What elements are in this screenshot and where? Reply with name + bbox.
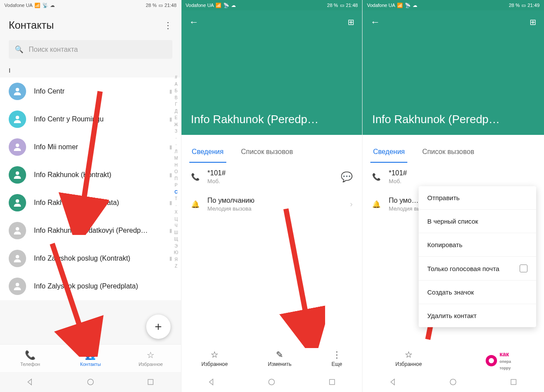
svg-rect-13 [329,379,335,385]
sim-icon: ▮ [169,116,172,122]
svg-point-1 [16,116,19,119]
context-menu: Отправить В черный список Копировать Тол… [419,186,536,327]
phone-icon: 📞 [191,173,200,181]
contacts-header: Контакты ⋮ [0,10,181,37]
contact-item[interactable]: Info Zalyshok poslug (Kontrakt) ▮ [0,245,181,272]
back-nav-icon[interactable] [389,378,397,386]
menu-voicemail[interactable]: Только голосовая почта [419,257,536,281]
battery-label: 28 % [146,3,157,8]
checkbox[interactable] [520,265,527,272]
tab-calls[interactable]: Список вызовов [420,142,477,163]
back-button[interactable]: ← [189,17,199,28]
phone-number: *101# [389,169,534,177]
cloud-icon: ☁ [413,3,417,8]
contact-name: Info Centr y Roumingu [34,115,161,123]
system-nav [363,372,544,392]
contact-item[interactable]: Info Zalyshok poslug (Peredplata) [0,272,181,300]
phone-number: *101# [208,169,333,177]
add-contact-fab[interactable]: + [146,315,171,339]
status-bar: Vodafone UA📶📡☁ 28 %▭21:49 [363,0,544,10]
menu-blacklist[interactable]: В черный список [419,210,536,233]
recent-nav-icon[interactable] [328,378,336,386]
cloud-icon: ☁ [50,3,55,8]
tab-info[interactable]: Сведения [370,142,407,163]
svg-point-0 [16,88,19,91]
contact-item[interactable]: Info Rakhunok dodatkovyi (Peredp… ▮ [0,217,181,245]
search-icon: 🔍 [15,45,24,54]
back-nav-icon[interactable] [26,378,34,386]
signal-icon: 📶 [397,3,403,8]
phone-type: Моб. [389,178,534,184]
avatar-icon [9,83,26,100]
alpha-index[interactable]: #АБВГДЕЖЗ··ЛМНОПРСТ·ХЦЧШЩЭЮЯZ [173,74,179,270]
chevron-right-icon: › [350,200,353,209]
home-nav-icon[interactable] [86,378,95,386]
contact-list: Info Centr ▮ Info Centr y Roumingu ▮ Inf… [0,77,181,300]
avatar-icon [9,194,26,211]
star-icon: ☆ [211,349,218,360]
home-nav-icon[interactable] [267,378,276,386]
overflow-menu-icon[interactable]: ⋮ [164,21,172,30]
contact-name: Info Mii nomer [34,143,161,151]
menu-send[interactable]: Отправить [419,186,536,210]
battery-icon: ▭ [158,3,163,8]
nav-edit[interactable]: ✎Изменить [268,349,292,367]
menu-copy[interactable]: Копировать [419,233,536,257]
sim-icon: ▮ [169,255,172,261]
contact-item[interactable]: Info Centr y Roumingu ▮ [0,105,181,133]
system-nav [181,372,363,392]
tab-calls[interactable]: Список вызовов [238,142,296,163]
recent-nav-icon[interactable] [146,378,155,386]
nav-more[interactable]: ⋮Еще [332,349,342,367]
search-input[interactable]: 🔍 Поиск контакта [9,40,172,59]
svg-point-15 [450,379,456,385]
qr-icon[interactable]: ⊞ [348,17,354,27]
contact-name: Info Rakhunok (Kontrakt) [34,171,161,179]
nav-contacts[interactable]: 👥Контакты [60,345,121,372]
avatar-icon [9,250,26,267]
detail-tabs: Сведения Список вызовов [181,142,363,163]
svg-rect-16 [511,379,516,385]
home-nav-icon[interactable] [449,378,457,386]
annotation-arrow [273,204,325,348]
screen-contact-menu: Vodafone UA📶📡☁ 28 %▭21:49 ← ⊞ Info Rakhu… [363,0,544,392]
contact-item[interactable]: Info Rakhunok (Peredplata) ▮ [0,189,181,217]
contacts-icon: 👥 [85,350,96,360]
phone-icon: 📞 [372,173,381,181]
battery-icon: ▭ [340,3,344,8]
sim-icon: ▮ [169,144,172,150]
contact-title: Info Rakhunok (Peredp… [372,113,534,126]
nav-favorites[interactable]: ☆Избранное [121,345,181,372]
contact-item[interactable]: Info Rakhunok (Kontrakt) ▮ [0,161,181,189]
back-button[interactable]: ← [370,17,380,28]
svg-point-7 [16,283,19,286]
svg-rect-9 [148,379,153,385]
contact-name: Info Rakhunok (Peredplata) [34,199,161,207]
svg-point-2 [16,144,19,147]
contact-item[interactable]: Info Mii nomer ▮ [0,133,181,161]
nav-favorite[interactable]: ☆Избранное [396,349,422,367]
ringtone-row[interactable]: 🔔 По умолчанию Мелодия вызова › [181,191,363,218]
logo-icon [486,355,497,366]
message-icon[interactable]: 💬 [341,171,353,183]
star-icon: ☆ [405,349,413,360]
contact-item[interactable]: Info Centr ▮ [0,77,181,105]
qr-icon[interactable]: ⊞ [530,17,536,27]
wifi-icon: 📡 [42,3,48,8]
page-title: Контакты [9,19,54,31]
menu-shortcut[interactable]: Создать значок [419,281,536,304]
detail-tabs: Сведения Список вызовов [363,142,544,163]
tab-info[interactable]: Сведения [189,142,226,163]
sim-icon: ▮ [169,200,172,206]
status-bar: Vodafone UA 📶 📡 ☁ 28 % ▭ 21:48 [0,0,181,10]
menu-delete[interactable]: Удалить контакт [419,304,536,327]
phone-row[interactable]: 📞 *101# Моб. 💬 [181,163,363,191]
nav-phone[interactable]: 📞Телефон [0,345,60,372]
signal-icon: 📶 [34,3,40,8]
status-bar: Vodafone UA📶📡☁ 28 %▭21:48 [181,0,363,10]
recent-nav-icon[interactable] [509,378,518,386]
nav-favorite[interactable]: ☆Избранное [201,349,228,367]
back-nav-icon[interactable] [207,378,216,386]
contact-name: Info Zalyshok poslug (Peredplata) [34,282,172,290]
carrier-label: Vodafone UA [4,3,33,8]
